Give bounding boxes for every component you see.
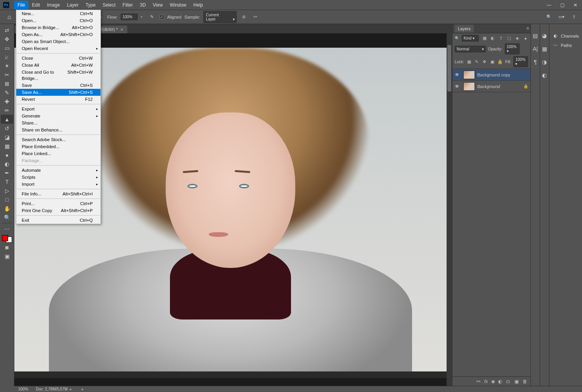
menu-item-close-all[interactable]: Close AllAlt+Ctrl+W [16, 62, 100, 69]
fill-input[interactable]: 100% ▾ [513, 56, 528, 67]
menu-item-place-linked---[interactable]: Place Linked... [16, 150, 100, 157]
styles-icon[interactable]: ◐ [540, 71, 548, 79]
lock-artboard-icon[interactable]: ▣ [490, 59, 495, 64]
group-icon[interactable]: 🗀 [506, 379, 511, 384]
menu-item-save[interactable]: SaveCtrl+S [16, 82, 100, 89]
clone-stamp-tool[interactable]: ▲ [1, 115, 13, 124]
menu-edit[interactable]: Edit [28, 1, 43, 9]
tab-close-icon[interactable]: ✕ [120, 28, 123, 32]
filter-kind-select[interactable]: Kind ▾ [462, 35, 479, 41]
history-icon[interactable]: ▤ [532, 32, 539, 40]
char-icon[interactable]: A| [532, 45, 539, 53]
layer-name[interactable]: Background copy [477, 73, 510, 77]
edit-toolbar-icon[interactable]: ⋯ [1, 224, 13, 233]
zoom-value[interactable]: 100% [18, 387, 28, 391]
blend-mode-select[interactable]: Normal ▾ [455, 46, 486, 52]
close-button[interactable]: ✕ [569, 0, 582, 10]
menu-select[interactable]: Select [99, 1, 119, 9]
zoom-tool[interactable]: 🔍 [1, 213, 13, 222]
filter-smart-icon[interactable]: ◈ [514, 36, 520, 41]
menu-item-scripts[interactable]: Scripts [16, 174, 100, 181]
menu-item-new---[interactable]: New...Ctrl+N [16, 10, 100, 17]
menu-item-open-as-smart-object---[interactable]: Open as Smart Object... [16, 38, 100, 45]
screen-mode-icon[interactable]: ▣ [1, 252, 13, 261]
menu-item-generate[interactable]: Generate [16, 112, 100, 119]
aligned-checkbox[interactable]: ✓ [159, 15, 164, 19]
home-icon[interactable]: ⌂ [4, 12, 15, 22]
marquee-tool[interactable]: ▭ [1, 43, 13, 52]
lock-pixels-icon[interactable]: ▦ [466, 59, 472, 64]
type-tool[interactable]: T [1, 177, 13, 186]
menu-item-print-one-copy[interactable]: Print One CopyAlt+Shift+Ctrl+P [16, 207, 100, 214]
layer-opacity-input[interactable]: 100% ▾ [505, 43, 520, 54]
lock-all-icon[interactable]: 🔒 [497, 59, 503, 64]
new-layer-icon[interactable]: ▣ [514, 379, 519, 384]
layer-thumbnail[interactable] [463, 71, 475, 79]
menu-item-search-adobe-stock---[interactable]: Search Adobe Stock... [16, 136, 100, 143]
healing-brush-tool[interactable]: ✚ [1, 97, 13, 106]
menu-item-export[interactable]: Export [16, 105, 100, 112]
menu-help[interactable]: Help [190, 1, 206, 9]
layers-tab[interactable]: Layers [455, 25, 474, 33]
pen-tool[interactable]: ✒ [1, 168, 13, 177]
history-brush-tool[interactable]: ↺ [1, 124, 13, 133]
blur-tool[interactable]: ● [1, 150, 13, 159]
color-swatch[interactable] [2, 235, 12, 243]
layer-style-icon[interactable]: fx [484, 379, 488, 384]
workspace-icon[interactable]: ▭▾ [557, 13, 566, 21]
menu-item-close-and-go-to-bridge---[interactable]: Close and Go to Bridge...Shift+Ctrl+W [16, 69, 100, 82]
visibility-icon[interactable]: 👁 [455, 72, 461, 78]
vertical-scrollbar[interactable] [447, 33, 452, 386]
filter-adjust-icon[interactable]: ◐ [490, 36, 495, 41]
menu-filter[interactable]: Filter [119, 1, 137, 9]
layer-thumbnail[interactable] [463, 82, 475, 91]
filter-shape-icon[interactable]: ▢ [506, 36, 512, 41]
menu-item-browse-in-bridge---[interactable]: Browse in Bridge...Alt+Ctrl+O [16, 24, 100, 31]
adjustments-icon[interactable]: ◑ [540, 58, 548, 66]
crop-tool[interactable]: ✂ [1, 70, 13, 79]
menu-item-open-recent[interactable]: Open Recent [16, 45, 100, 52]
quick-select-tool[interactable]: ✶ [1, 61, 13, 70]
layer-mask-icon[interactable]: ◙ [492, 379, 494, 384]
menu-view[interactable]: View [149, 1, 166, 9]
scroll-thumb[interactable] [447, 45, 451, 92]
accordion-paths[interactable]: 〰Paths [549, 41, 582, 50]
shape-tool[interactable]: □ [1, 195, 13, 204]
menu-item-package---[interactable]: Package... [16, 157, 100, 164]
collapse-arrows-icon[interactable]: ⇄ [1, 26, 13, 35]
panel-menu-icon[interactable]: ≡ [526, 26, 529, 31]
quick-mask-icon[interactable]: ◙ [1, 243, 13, 252]
status-nav-left[interactable]: ◂ [81, 387, 83, 391]
menu-item-place-embedded---[interactable]: Place Embedded... [16, 143, 100, 150]
menu-window[interactable]: Window [166, 1, 190, 9]
visibility-icon[interactable]: 👁 [455, 84, 461, 89]
layer-row-1[interactable]: 👁 Background 🔒 [452, 81, 530, 92]
minimize-button[interactable]: — [542, 0, 556, 10]
move-tool[interactable]: ✥ [1, 35, 13, 43]
menu-item-exit[interactable]: ExitCtrl+Q [16, 217, 100, 224]
adjustment-layer-icon[interactable]: ◐ [498, 379, 502, 384]
menu-item-save-as---[interactable]: Save As...Shift+Ctrl+S [16, 89, 100, 96]
filter-pixel-icon[interactable]: ▦ [482, 36, 487, 41]
menu-item-file-info---[interactable]: File Info...Alt+Shift+Ctrl+I [16, 190, 100, 197]
gradient-tool[interactable]: ▦ [1, 142, 13, 150]
menu-layer[interactable]: Layer [63, 1, 82, 9]
swatches-icon[interactable]: ▦ [540, 45, 548, 53]
maximize-button[interactable]: ▢ [556, 0, 569, 10]
menu-item-share---[interactable]: Share... [16, 119, 100, 126]
sample-select[interactable]: Current Layer ▾ [203, 11, 237, 23]
eyedropper-tool[interactable]: ✎ [1, 88, 13, 97]
eraser-tool[interactable]: ◪ [1, 133, 13, 142]
menu-3d[interactable]: 3D [136, 1, 149, 9]
menu-type[interactable]: Type [82, 1, 99, 9]
frame-tool[interactable]: ⊠ [1, 79, 13, 88]
pressure-size-icon[interactable]: ✏ [251, 13, 260, 21]
menu-item-open-as---[interactable]: Open As...Alt+Shift+Ctrl+O [16, 31, 100, 38]
color-icon[interactable]: ◕ [540, 32, 548, 40]
lock-position-icon[interactable]: ✥ [482, 59, 487, 64]
lasso-tool[interactable]: ⟀ [1, 52, 13, 61]
menu-item-revert[interactable]: RevertF12 [16, 96, 100, 103]
foreground-color[interactable] [2, 235, 8, 241]
paragraph-icon[interactable]: ¶ [532, 58, 539, 66]
menu-item-open---[interactable]: Open...Ctrl+O [16, 17, 100, 24]
